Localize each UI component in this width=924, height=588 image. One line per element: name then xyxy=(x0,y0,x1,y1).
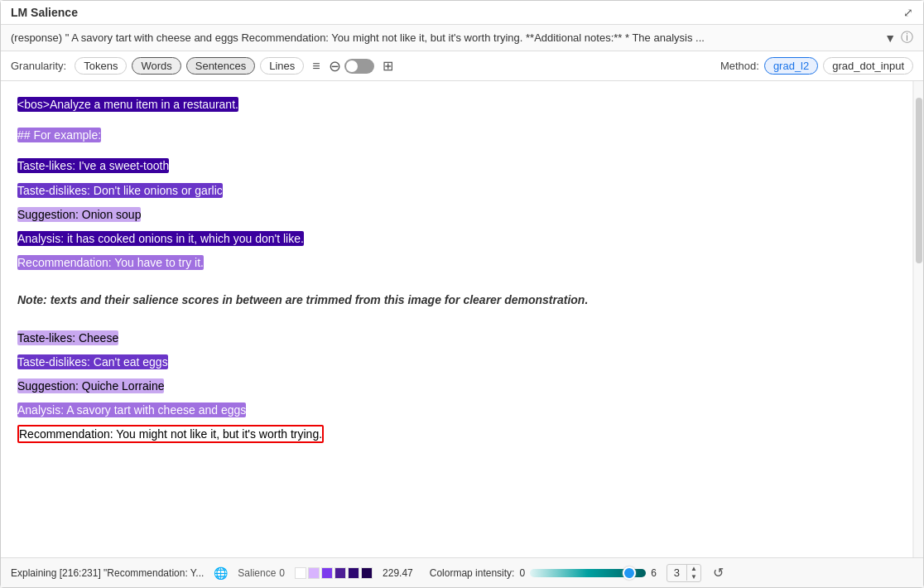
swatch-3 xyxy=(334,567,346,579)
title-bar: LM Salience ⤢ xyxy=(1,1,923,25)
scrollbar-thumb[interactable] xyxy=(916,98,922,263)
method-label: Method: xyxy=(720,60,759,72)
sentence-9-text: Taste-dislikes: Can't eat eggs xyxy=(17,354,168,369)
swatch-1 xyxy=(308,567,320,579)
toggle-switch[interactable] xyxy=(344,59,374,74)
minus-icon: ⊖ xyxy=(329,57,341,75)
sentence-11[interactable]: Analysis: A savory tart with cheese and … xyxy=(17,400,896,421)
sentence-4[interactable]: Taste-dislikes: Don't like onions or gar… xyxy=(17,181,896,201)
refresh-btn[interactable]: ↺ xyxy=(711,563,725,582)
response-chevron-icon[interactable]: ▼ xyxy=(884,31,896,45)
globe-icon: 🌐 xyxy=(214,566,228,580)
stepper-arrows: ▲ ▼ xyxy=(687,565,700,581)
swatch-5 xyxy=(361,567,373,579)
salience-max: 229.47 xyxy=(383,567,413,579)
main-content: <bos>Analyze a menu item in a restaurant… xyxy=(1,81,923,557)
stepper-up-btn[interactable]: ▲ xyxy=(687,565,700,573)
granularity-bar: Granularity: Tokens Words Sentences Line… xyxy=(1,51,923,81)
sentence-3[interactable]: Taste-likes: I've a sweet-tooth xyxy=(17,156,896,176)
sentence-5-text: Suggestion: Onion soup xyxy=(17,207,141,222)
stepper-down-btn[interactable]: ▼ xyxy=(687,573,700,581)
hamburger-icon[interactable]: ≡ xyxy=(309,57,323,75)
granularity-label: Granularity: xyxy=(11,60,66,72)
swatch-2 xyxy=(321,567,333,579)
response-text: (response) " A savory tart with cheese a… xyxy=(11,31,879,44)
colormap-slider[interactable] xyxy=(530,569,646,577)
sentence-2[interactable]: ## For example: xyxy=(17,125,896,146)
sentence-6[interactable]: Analysis: it has cooked onions in it, wh… xyxy=(17,229,896,249)
method-grad-l2-btn[interactable]: grad_l2 xyxy=(764,57,818,75)
sentence-12-text: Recommendation: You might not like it, b… xyxy=(17,425,324,443)
explain-text: Explaining [216:231] "Recommendation: Y.… xyxy=(11,567,204,579)
colormap-min-val: 0 xyxy=(519,567,525,579)
sentence-10[interactable]: Suggestion: Quiche Lorraine xyxy=(17,376,896,397)
sentence-2-text: ## For example: xyxy=(17,128,101,142)
sentence-9[interactable]: Taste-dislikes: Can't eat eggs xyxy=(17,352,896,373)
colormap-intensity-section: Colormap intensity: 0 6 xyxy=(430,567,657,579)
sentence-12[interactable]: Recommendation: You might not like it, b… xyxy=(17,424,896,445)
sentence-3-text: Taste-likes: I've a sweet-tooth xyxy=(17,158,169,173)
granularity-lines-btn[interactable]: Lines xyxy=(260,57,304,75)
sentence-1[interactable]: <bos>Analyze a menu item in a restaurant… xyxy=(17,94,896,115)
main-window: LM Salience ⤢ (response) " A savory tart… xyxy=(0,0,924,588)
text-panel: <bos>Analyze a menu item in a restaurant… xyxy=(1,81,913,557)
sentence-8[interactable]: Taste-likes: Cheese xyxy=(17,328,896,349)
trimmed-note: Note: texts and their salience scores in… xyxy=(17,290,896,311)
stepper[interactable]: 3 ▲ ▼ xyxy=(667,564,701,582)
sentence-1-text: <bos>Analyze a menu item in a restaurant… xyxy=(17,97,238,112)
colormap-intensity-label: Colormap intensity: xyxy=(430,567,515,579)
granularity-words-btn[interactable]: Words xyxy=(132,57,180,75)
swatch-4 xyxy=(348,567,359,579)
toggle-container: ⊖ xyxy=(329,57,374,75)
help-icon[interactable]: ⓘ xyxy=(901,30,913,46)
sentence-7-text: Recommendation: You have to try it. xyxy=(17,255,204,270)
swatch-0 xyxy=(295,567,306,579)
bottom-bar: Explaining [216:231] "Recommendation: Y.… xyxy=(1,557,923,587)
granularity-tokens-btn[interactable]: Tokens xyxy=(75,57,127,75)
slider-thumb[interactable] xyxy=(623,566,636,580)
method-section: Method: grad_l2 grad_dot_input xyxy=(720,57,913,75)
colormap-swatches xyxy=(295,567,373,579)
response-bar: (response) " A savory tart with cheese a… xyxy=(1,25,923,51)
sentence-8-text: Taste-likes: Cheese xyxy=(17,330,118,345)
sentence-7[interactable]: Recommendation: You have to try it. xyxy=(17,253,896,273)
toggle-knob xyxy=(346,60,358,72)
salience-label: Salience 0 xyxy=(238,567,285,579)
grid-icon[interactable]: ⊞ xyxy=(379,56,397,75)
expand-icon[interactable]: ⤢ xyxy=(903,6,913,19)
method-grad-dot-btn[interactable]: grad_dot_input xyxy=(823,57,913,75)
sentence-4-text: Taste-dislikes: Don't like onions or gar… xyxy=(17,183,223,198)
sentence-10-text: Suggestion: Quiche Lorraine xyxy=(17,378,164,393)
stepper-value: 3 xyxy=(667,565,687,581)
colormap-max-val: 6 xyxy=(651,567,657,579)
scrollbar[interactable] xyxy=(913,81,923,557)
sentence-6-text: Analysis: it has cooked onions in it, wh… xyxy=(17,231,304,246)
sentence-5[interactable]: Suggestion: Onion soup xyxy=(17,205,896,225)
window-title: LM Salience xyxy=(11,6,78,19)
sentence-11-text: Analysis: A savory tart with cheese and … xyxy=(17,402,246,417)
granularity-sentences-btn[interactable]: Sentences xyxy=(186,57,255,75)
